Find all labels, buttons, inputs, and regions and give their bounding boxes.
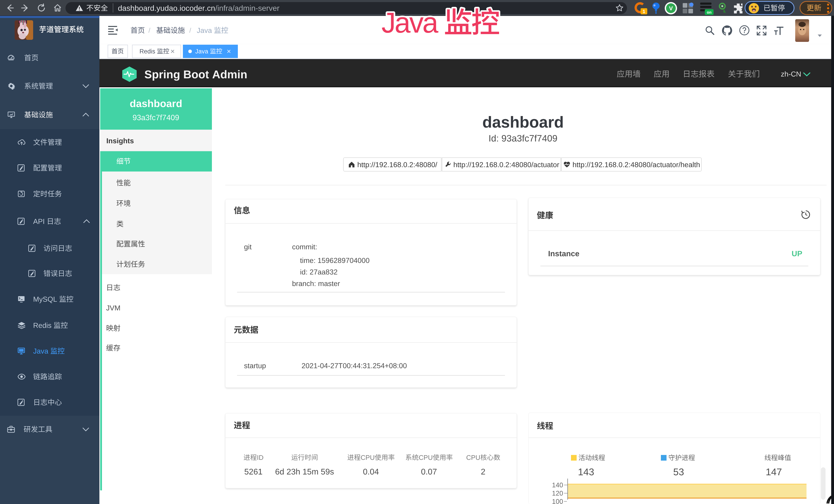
svg-text:on: on [707, 10, 711, 15]
svg-text:1: 1 [643, 9, 645, 14]
svg-text:V: V [669, 5, 673, 12]
